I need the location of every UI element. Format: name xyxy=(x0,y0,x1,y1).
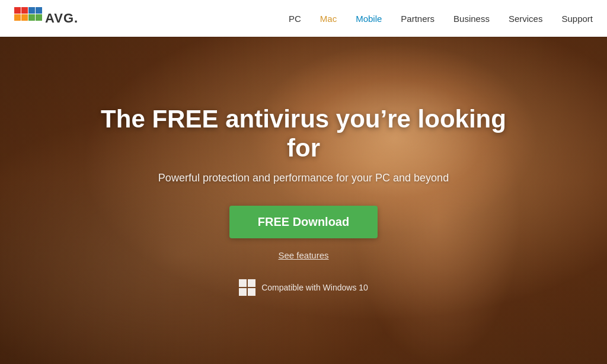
nav-mac[interactable]: Mac xyxy=(320,14,337,24)
svg-rect-0 xyxy=(14,7,21,14)
logo-text: AVG. xyxy=(45,11,78,26)
svg-rect-4 xyxy=(28,7,35,14)
svg-rect-3 xyxy=(21,14,28,21)
hero-content: The FREE antivirus you’re looking for Po… xyxy=(0,0,607,364)
hero-subtitle: Powerful protection and performance for … xyxy=(158,172,449,184)
nav-support[interactable]: Support xyxy=(561,14,593,24)
svg-rect-2 xyxy=(14,14,21,21)
svg-rect-7 xyxy=(36,14,42,21)
windows-pane-tl xyxy=(239,279,247,287)
logo[interactable]: AVG. xyxy=(14,7,78,30)
nav-services[interactable]: Services xyxy=(509,14,543,24)
windows-logo-icon xyxy=(239,279,255,296)
svg-rect-6 xyxy=(28,14,35,21)
nav-partners[interactable]: Partners xyxy=(401,14,435,24)
svg-rect-1 xyxy=(21,7,28,14)
header: AVG. PC Mac Mobile Partners Business Ser… xyxy=(0,0,607,37)
nav-business[interactable]: Business xyxy=(453,14,490,24)
free-download-button[interactable]: FREE Download xyxy=(229,206,378,238)
hero-section: AVG. PC Mac Mobile Partners Business Ser… xyxy=(0,0,607,364)
svg-rect-5 xyxy=(36,7,42,14)
windows-compat-text: Compatible with Windows 10 xyxy=(261,283,368,292)
windows-pane-bl xyxy=(239,288,247,296)
main-nav: PC Mac Mobile Partners Business Services… xyxy=(289,14,593,24)
windows-pane-br xyxy=(248,288,255,296)
nav-mobile[interactable]: Mobile xyxy=(356,14,382,24)
avg-logo-icon xyxy=(14,7,43,30)
see-features-link[interactable]: See features xyxy=(278,250,328,260)
windows-compat: Compatible with Windows 10 xyxy=(239,279,368,296)
windows-pane-tr xyxy=(248,279,255,287)
nav-pc[interactable]: PC xyxy=(289,14,301,24)
hero-title: The FREE antivirus you’re looking for xyxy=(96,105,511,162)
